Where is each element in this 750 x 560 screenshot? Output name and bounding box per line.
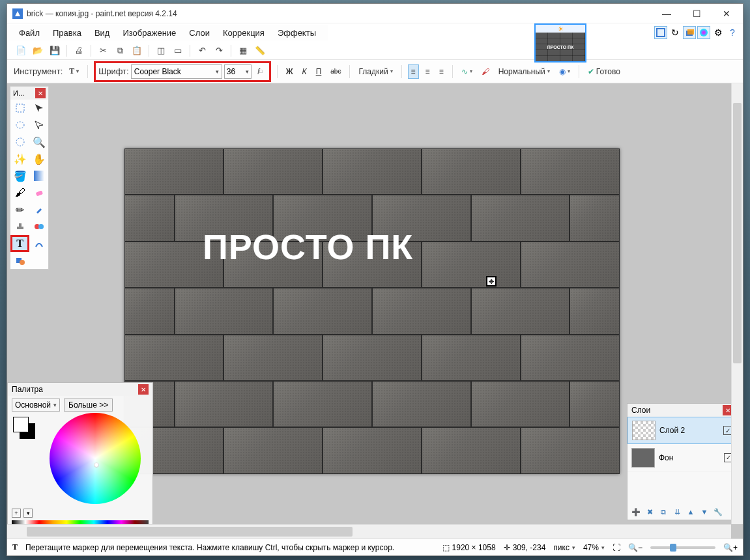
redo-icon[interactable]: ↷ <box>212 44 226 58</box>
colors-close-icon[interactable]: ✕ <box>138 384 149 395</box>
status-unit-dropdown[interactable]: пикс ▾ <box>553 543 575 552</box>
maximize-button[interactable]: ☐ <box>682 4 712 23</box>
layer-item[interactable]: Фон ✓ <box>627 444 737 471</box>
move-up-icon[interactable]: ▲ <box>685 506 697 518</box>
rect-select-tool[interactable] <box>10 100 29 117</box>
history-toggle-icon[interactable]: ↻ <box>669 26 682 39</box>
shapes-tool[interactable] <box>10 252 29 269</box>
font-size-dropdown[interactable]: 36▾ <box>224 64 252 79</box>
horizontal-scrollbar[interactable] <box>7 524 731 539</box>
fill-style-icon[interactable]: ◉ ▾ <box>556 64 573 79</box>
tools-toggle-icon[interactable] <box>654 26 667 39</box>
ellipse-select-tool[interactable] <box>10 133 29 150</box>
undo-icon[interactable]: ↶ <box>195 44 209 58</box>
finish-button[interactable]: ✔ Готово <box>585 64 623 79</box>
save-icon[interactable]: 💾 <box>48 44 62 58</box>
eraser-tool[interactable] <box>29 184 48 201</box>
font-metrics-icon[interactable]: f□ <box>253 64 267 79</box>
zoom-tool[interactable]: 🔍 <box>29 133 48 150</box>
settings-icon[interactable]: ⚙ <box>712 26 725 39</box>
menu-правка[interactable]: Правка <box>46 26 88 40</box>
colors-toggle-icon[interactable] <box>697 26 710 39</box>
move-selection-tool[interactable] <box>29 117 48 133</box>
deselect-icon[interactable]: ▭ <box>171 44 185 58</box>
layer-props-icon[interactable]: 🔧 <box>712 506 724 518</box>
copy-icon[interactable]: ⧉ <box>113 44 127 58</box>
bucket-tool[interactable]: 🪣 <box>10 167 29 184</box>
strike-button[interactable]: abc <box>328 64 343 79</box>
minimize-button[interactable]: — <box>652 4 682 23</box>
merge-down-icon[interactable]: ⇊ <box>671 506 683 518</box>
zoom-out-icon[interactable]: 🔍− <box>628 543 642 552</box>
svg-rect-5 <box>16 104 24 112</box>
document-thumbnail[interactable]: ☀ ПРОСТО ПК <box>534 23 586 63</box>
fill-mode-dropdown[interactable]: Нормальный ▾ <box>496 64 553 79</box>
bold-button[interactable]: Ж <box>283 64 296 79</box>
vertical-scrollbar[interactable] <box>731 83 743 524</box>
add-layer-icon[interactable]: ➕ <box>630 506 642 518</box>
font-family-dropdown[interactable]: Cooper Black▾ <box>131 64 222 79</box>
more-button[interactable]: Больше >> <box>64 399 113 412</box>
move-down-icon[interactable]: ▼ <box>699 506 710 518</box>
canvas[interactable]: ПРОСТО ПК ✥ <box>124 148 620 474</box>
canvas-text[interactable]: ПРОСТО ПК <box>203 227 413 267</box>
lasso-tool[interactable] <box>10 117 29 133</box>
clone-tool[interactable] <box>10 218 29 235</box>
zoom-in-icon[interactable]: 🔍+ <box>723 543 738 552</box>
wheel-cursor[interactable] <box>94 462 99 468</box>
layer-item[interactable]: Слой 2 ✓ <box>627 417 737 444</box>
pencil-tool[interactable]: ✏ <box>10 201 29 218</box>
grid-icon[interactable]: ▦ <box>236 44 250 58</box>
primary-color-swatch[interactable] <box>13 417 29 432</box>
tool-indicator[interactable]: T ▾ <box>66 64 81 79</box>
menu-коррекция[interactable]: Коррекция <box>216 26 271 40</box>
help-icon[interactable]: ? <box>726 26 739 39</box>
ruler-icon[interactable]: 📏 <box>253 44 267 58</box>
line-tool[interactable] <box>29 235 48 252</box>
color-wheel[interactable] <box>50 413 141 504</box>
duplicate-layer-icon[interactable]: ⧉ <box>657 506 669 518</box>
fit-window-icon[interactable]: ⛶ <box>613 543 620 552</box>
delete-layer-icon[interactable]: ✖ <box>644 506 656 518</box>
menu-вид[interactable]: Вид <box>88 26 117 40</box>
open-icon[interactable]: 📂 <box>31 44 45 58</box>
new-icon[interactable]: 📄 <box>14 44 28 58</box>
blend-icon[interactable]: 🖌 <box>479 64 492 79</box>
layers-panel: Слои✕ Слой 2 ✓ Фон ✓ ➕ ✖ ⧉ ⇊ ▲ ▼ 🔧 <box>627 403 738 520</box>
close-button[interactable]: ✕ <box>712 4 742 23</box>
pan-tool[interactable]: ✋ <box>29 150 48 167</box>
align-center-icon[interactable]: ≡ <box>423 64 433 79</box>
underline-button[interactable]: П <box>313 64 325 79</box>
magic-wand-tool[interactable]: ✨ <box>10 150 29 167</box>
recolor-tool[interactable] <box>29 218 48 235</box>
color-mode-dropdown[interactable]: Основной ▾ <box>12 399 60 412</box>
brush-tool[interactable]: 🖌 <box>10 184 29 201</box>
eyedropper-tool[interactable] <box>29 201 48 218</box>
tools-close-icon[interactable]: ✕ <box>35 88 46 98</box>
colors-panel-title: Палитра <box>12 385 43 394</box>
menu-эффекты[interactable]: Эффекты <box>271 26 323 40</box>
tools-panel-title: И... <box>13 89 24 97</box>
status-zoom[interactable]: 47% ▾ <box>583 543 605 552</box>
antialias-icon[interactable]: ∿ ▾ <box>459 64 475 79</box>
text-tool[interactable]: T <box>10 235 29 252</box>
move-handle-icon[interactable]: ✥ <box>486 276 497 287</box>
gradient-tool[interactable] <box>29 167 48 184</box>
align-right-icon[interactable]: ≡ <box>437 64 446 79</box>
menu-изображение[interactable]: Изображение <box>116 26 182 40</box>
align-left-icon[interactable]: ≡ <box>408 64 419 79</box>
palette-menu-icon[interactable]: ▾ <box>23 509 33 518</box>
layers-toggle-icon[interactable] <box>683 26 696 39</box>
cut-icon[interactable]: ✂ <box>96 44 110 58</box>
print-icon[interactable]: 🖨 <box>72 44 86 58</box>
layer-thumbnail <box>631 448 655 468</box>
paste-icon[interactable]: 📋 <box>130 44 144 58</box>
palette-add-icon[interactable]: + <box>12 509 21 518</box>
crop-icon[interactable]: ◫ <box>154 44 168 58</box>
italic-button[interactable]: К <box>300 64 310 79</box>
move-tool[interactable] <box>29 100 48 117</box>
zoom-slider[interactable] <box>650 546 715 549</box>
render-mode-dropdown[interactable]: Гладкий ▾ <box>356 64 395 79</box>
menu-слои[interactable]: Слои <box>182 26 216 40</box>
menu-файл[interactable]: Файл <box>12 26 46 40</box>
